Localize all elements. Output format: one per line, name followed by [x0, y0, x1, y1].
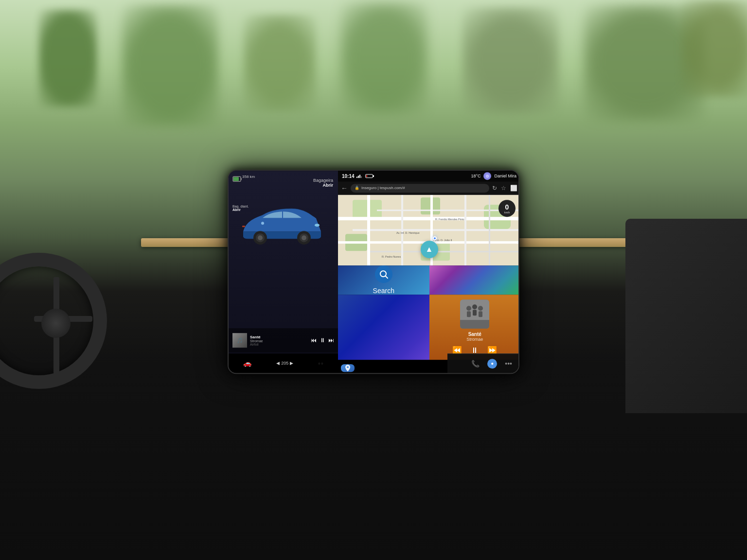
browser-actions: ↻ ☆ ⬜ — [492, 185, 517, 192]
phone-bottom-icon[interactable]: 📞 — [471, 360, 480, 368]
app-widgets: Search — [338, 265, 519, 353]
signal-indicator — [356, 175, 362, 178]
svg-point-20 — [466, 306, 471, 311]
reload-btn[interactable]: ↻ — [492, 185, 497, 192]
carplay-bottom-bar: 📞 ● ••• ● 🎵 ≡ 🔊 | | | — [447, 353, 519, 373]
range-display: 358 km — [242, 175, 255, 179]
tesla-nav-bar: 🚗 ◀ 205 ▶ ○ ○ — [229, 353, 338, 373]
music-bar: 🎵 Santé Stromae Airfoil ⏮ ⏸ ⏭ — [229, 328, 338, 352]
play-pause-btn[interactable]: ⏸ — [320, 337, 325, 344]
temperature: 18°C — [471, 174, 480, 178]
road-label-2: Av. Inf. D. Henrique — [396, 231, 420, 234]
battery-indicator — [365, 174, 373, 178]
svg-point-24 — [478, 306, 483, 311]
next-btn[interactable]: ⏭ — [328, 337, 334, 344]
road-label-1: R. Fernão Mendes Pinto — [435, 218, 464, 221]
speed-display: ◀ 205 ▶ — [276, 361, 293, 366]
odometer-label: ○ ○ — [318, 362, 323, 365]
back-button[interactable]: ← — [341, 184, 348, 192]
music-info: Santé Stromae Airfoil — [250, 335, 308, 346]
status-bar-right: 18°C D Daniel Mira — [471, 172, 516, 180]
gps-dot — [433, 236, 437, 240]
range-icon — [232, 175, 242, 184]
share-btn[interactable]: ⬜ — [510, 185, 517, 192]
prev-btn[interactable]: ⏮ — [311, 337, 317, 344]
svg-rect-10 — [242, 226, 245, 227]
url-bar[interactable]: 🔒 Inseguro | tespush.com/# — [351, 184, 489, 192]
tesla-left-panel: 358 km Bagageira Abrir Bag. diant. Abrir — [229, 171, 338, 373]
road-label-4: R. Pedro Nunes — [382, 255, 401, 258]
contact-name: Daniel Mira — [494, 174, 516, 178]
now-playing-artist: Stromae — [466, 337, 483, 342]
album-art: 🎵 — [232, 333, 247, 348]
svg-rect-1 — [241, 178, 242, 180]
maps-dock-icon[interactable] — [341, 364, 355, 372]
svg-point-8 — [302, 235, 306, 240]
svg-rect-25 — [479, 311, 482, 317]
more-icon[interactable]: ••• — [505, 360, 512, 368]
music-controls[interactable]: ⏮ ⏸ ⏭ — [311, 337, 334, 344]
now-playing-album-art — [460, 299, 489, 329]
lock-icon: 🔒 — [355, 186, 359, 190]
map-view[interactable]: R. Fernão Mendes Pinto Av. Inf. D. Henri… — [338, 195, 519, 265]
contact-avatar: D — [483, 172, 491, 180]
gradient-widget[interactable] — [429, 265, 520, 295]
carplay-home-icon[interactable]: ● — [487, 359, 497, 368]
blue-gradient-widget[interactable] — [338, 295, 429, 360]
speed-badge: 0 km/h — [498, 200, 516, 217]
svg-rect-21 — [467, 311, 471, 317]
car-icon[interactable]: 🚗 — [243, 359, 251, 367]
svg-point-5 — [258, 235, 263, 240]
nav-arrow[interactable]: ▲ — [421, 241, 438, 258]
app-grid-area: 🎵 📞 — [338, 265, 519, 353]
svg-rect-2 — [233, 177, 239, 181]
trunk-label: Bagageira Abrir — [313, 178, 333, 188]
carplay-panel: 10:14 18°C — [338, 171, 519, 373]
status-bar-left: 10:14 — [342, 174, 373, 179]
svg-point-12 — [347, 366, 349, 368]
svg-rect-23 — [473, 310, 477, 315]
notification-bar: 10:14 18°C — [338, 171, 519, 181]
search-widget[interactable]: Search — [338, 265, 429, 295]
carplay-dock: 🎵 📞 — [338, 360, 357, 368]
svg-point-22 — [472, 304, 477, 309]
svg-point-11 — [261, 222, 264, 225]
bookmark-btn[interactable]: ☆ — [501, 185, 506, 192]
car-image — [238, 200, 326, 248]
status-time: 10:14 — [342, 174, 355, 179]
road-label-3: Pct. D. João II — [435, 239, 452, 242]
music-now-playing-widget[interactable]: Santé Stromae ⏪ ⏸ ⏩ — [429, 295, 520, 360]
search-icon — [375, 265, 392, 283]
tesla-screen: 358 km Bagageira Abrir Bag. diant. Abrir — [228, 174, 519, 378]
url-text: Inseguro | tespush.com/# — [361, 186, 405, 190]
search-label: Search — [373, 287, 394, 295]
browser-bar: ← 🔒 Inseguro | tespush.com/# ↻ ☆ ⬜ — [338, 181, 519, 195]
svg-line-18 — [385, 276, 388, 279]
svg-point-9 — [315, 224, 320, 227]
svg-rect-26 — [460, 320, 489, 329]
now-playing-title: Santé — [468, 332, 481, 337]
